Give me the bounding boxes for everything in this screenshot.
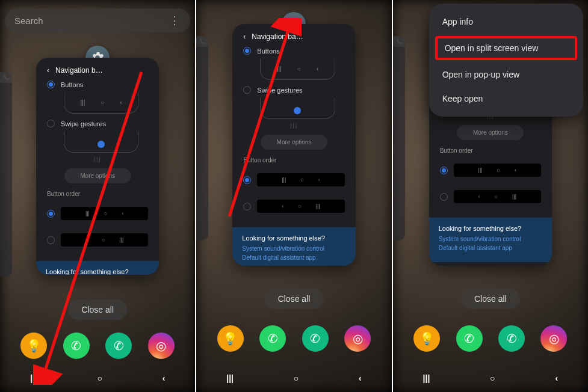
option-swipe[interactable]: Swipe gestures <box>243 86 344 94</box>
sliver-statusbar: ⋮ 📞 <box>0 72 12 83</box>
whatsapp-icon[interactable]: ✆ <box>63 332 90 359</box>
app-dock: 💡 ✆ ✆ ◎ <box>393 323 588 354</box>
button-order-label: Button order <box>440 147 541 154</box>
radio-off-icon <box>47 236 55 244</box>
menu-app-info[interactable]: App info <box>429 10 583 34</box>
close-all-button[interactable]: Close all <box>68 299 127 320</box>
radio-off-icon <box>440 193 448 201</box>
nav-preview-swipe <box>64 131 138 153</box>
order-option-2[interactable]: ‹○||| <box>243 196 344 216</box>
search-placeholder: Search <box>14 16 43 26</box>
option-buttons[interactable]: Buttons <box>47 81 148 88</box>
sliver-statusbar: ⋮ 📞 <box>195 36 208 47</box>
suggestions-panel: Looking for something else? System sound… <box>232 227 355 266</box>
suggestions-panel: Looking for something else? System sound… <box>429 218 552 262</box>
whatsapp-icon[interactable]: ✆ <box>456 325 483 352</box>
more-options-button[interactable]: More options <box>64 168 131 183</box>
back-key[interactable]: ‹ <box>162 373 166 383</box>
system-nav-bar[interactable]: ||| ○ ‹ <box>196 372 391 385</box>
order-option-1[interactable]: |||○‹ <box>243 170 344 190</box>
nav-preview-swipe <box>260 97 335 119</box>
option-swipe[interactable]: Swipe gestures <box>47 120 148 127</box>
suggestions-panel: Looking for something else? System sound… <box>36 261 159 275</box>
menu-popup-view[interactable]: Open in pop-up view <box>429 63 583 87</box>
recents-app-card-settings[interactable]: ‹ Navigation ba… Buttons |||○‹ Swipe ges… <box>232 24 355 266</box>
link-sound-vibration[interactable]: System sound/vibration control <box>242 245 345 252</box>
app-dock: 💡 ✆ ✆ ◎ <box>0 331 195 361</box>
app-dock: 💡 ✆ ✆ ◎ <box>196 323 391 354</box>
order-option-2[interactable]: ‹○||| <box>440 186 541 207</box>
phone-icon[interactable]: ✆ <box>498 325 525 352</box>
sliver-statusbar: ⋮ 📞 <box>392 36 405 47</box>
menu-keep-open[interactable]: Keep open <box>429 87 583 111</box>
order-option-1[interactable]: |||○‹ <box>47 203 148 224</box>
link-digital-assistant[interactable]: Default digital assistant app <box>439 245 542 251</box>
radio-on-icon <box>47 81 55 88</box>
radio-on-icon <box>243 47 251 55</box>
radio-on-icon <box>440 167 448 174</box>
whatsapp-icon[interactable]: ✆ <box>259 325 286 352</box>
home-key[interactable]: ○ <box>294 373 299 383</box>
link-sound-vibration[interactable]: System sound/vibration control <box>439 236 542 242</box>
card-header: ‹ Navigation b… <box>47 66 148 75</box>
close-all-button[interactable]: Close all <box>265 289 324 309</box>
more-options-button[interactable]: More options <box>457 125 524 140</box>
home-key[interactable]: ○ <box>490 373 495 383</box>
instagram-icon[interactable]: ◎ <box>148 332 175 359</box>
radio-off-icon <box>243 86 251 94</box>
adjacent-app-sliver[interactable]: ⋮ 📞 <box>392 36 405 240</box>
instagram-icon[interactable]: ◎ <box>540 325 567 352</box>
button-order-label: Button order <box>47 191 148 197</box>
nav-preview-buttons: |||○‹ <box>64 92 138 114</box>
tips-app-icon[interactable]: 💡 <box>217 325 244 352</box>
screenshot-step-2: ⋮ 📞 ‹ Navigation ba… Buttons |||○‹ Swipe… <box>195 0 391 392</box>
menu-split-screen[interactable]: Open in split screen view <box>435 36 577 60</box>
phone-icon[interactable]: ✆ <box>302 325 329 352</box>
screenshot-step-1: ⋮ 📞 Search ⋮ ‹ Navigation b… Buttons |||… <box>0 0 195 392</box>
recents-key[interactable]: ||| <box>226 373 234 383</box>
card-header: ‹ Navigation ba… <box>243 32 344 41</box>
tips-app-icon[interactable]: 💡 <box>413 325 440 352</box>
back-key[interactable]: ‹ <box>555 373 558 383</box>
recents-app-card-settings[interactable]: ‹ Navigation b… Buttons |||○‹ Swipe gest… <box>36 58 159 275</box>
back-icon[interactable]: ‹ <box>243 32 246 41</box>
back-icon[interactable]: ‹ <box>47 66 49 75</box>
gesture-handle-preview: ||| <box>243 123 344 129</box>
system-nav-bar[interactable]: ||| ○ ‹ <box>393 372 588 385</box>
system-nav-bar[interactable]: ||| ○ ‹ <box>0 372 195 385</box>
recents-key[interactable]: ||| <box>423 373 430 383</box>
tips-app-icon[interactable]: 💡 <box>20 332 47 359</box>
adjacent-app-sliver[interactable]: ⋮ 📞 <box>195 36 208 240</box>
back-key[interactable]: ‹ <box>359 373 362 383</box>
phone-icon[interactable]: ✆ <box>105 332 132 359</box>
link-digital-assistant[interactable]: Default digital assistant app <box>242 254 345 261</box>
recents-search-bar[interactable]: Search ⋮ <box>5 8 190 32</box>
gesture-handle-preview: ||| <box>47 156 148 162</box>
radio-on-icon <box>47 210 55 218</box>
instagram-icon[interactable]: ◎ <box>344 325 371 352</box>
screenshot-step-3: ⋮ 📞 ||| More options Button order |||○‹ … <box>392 0 588 392</box>
more-options-button[interactable]: More options <box>261 135 327 150</box>
close-all-button[interactable]: Close all <box>461 289 520 309</box>
radio-off-icon <box>47 120 55 127</box>
button-order-label: Button order <box>243 157 344 164</box>
nav-preview-buttons: |||○‹ <box>260 58 335 80</box>
order-option-1[interactable]: |||○‹ <box>440 160 541 180</box>
home-key[interactable]: ○ <box>97 373 102 383</box>
radio-off-icon <box>243 203 251 210</box>
radio-on-icon <box>243 176 251 184</box>
search-more-icon[interactable]: ⋮ <box>169 14 181 27</box>
order-option-2[interactable]: ‹○||| <box>47 230 148 250</box>
option-buttons[interactable]: Buttons <box>243 47 344 55</box>
app-context-menu[interactable]: App info Open in split screen view Open … <box>429 4 583 117</box>
adjacent-app-sliver[interactable]: ⋮ 📞 <box>0 72 12 277</box>
recents-key[interactable]: ||| <box>30 373 37 383</box>
